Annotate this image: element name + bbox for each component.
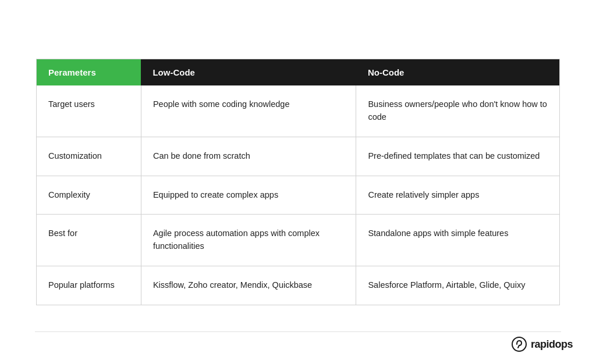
table-row: CustomizationCan be done from scratchPre… — [37, 137, 560, 176]
svg-point-0 — [512, 337, 526, 351]
param-cell: Target users — [37, 85, 141, 137]
main-container: Perameters Low-Code No-Code Target users… — [36, 59, 560, 305]
footer-divider — [35, 331, 561, 332]
brand-name: rapidops — [531, 338, 573, 351]
lowcode-cell: Agile process automation apps with compl… — [141, 215, 356, 266]
comparison-table: Perameters Low-Code No-Code Target users… — [36, 59, 560, 305]
header-nocode: No-Code — [356, 59, 560, 86]
header-lowcode: Low-Code — [141, 59, 356, 86]
nocode-cell: Salesforce Platform, Airtable, Glide, Qu… — [356, 266, 560, 305]
lowcode-cell: Equipped to create complex apps — [141, 176, 356, 215]
param-cell: Customization — [37, 137, 141, 176]
table-row: Best forAgile process automation apps wi… — [37, 215, 560, 266]
nocode-cell: Pre-defined templates that can be custom… — [356, 137, 560, 176]
nocode-cell: Business owners/people who don't know ho… — [356, 85, 560, 137]
rapidops-logo: rapidops — [511, 336, 573, 352]
table-row: Target usersPeople with some coding know… — [37, 85, 560, 137]
header-parameters: Perameters — [37, 59, 141, 86]
table-row: Popular platformsKissflow, Zoho creator,… — [37, 266, 560, 305]
rapidops-icon — [511, 336, 527, 352]
table-row: ComplexityEquipped to create complex app… — [37, 176, 560, 215]
param-cell: Complexity — [37, 176, 141, 215]
footer: rapidops — [511, 336, 573, 352]
nocode-cell: Create relatively simpler apps — [356, 176, 560, 215]
nocode-cell: Standalone apps with simple features — [356, 215, 560, 266]
param-cell: Best for — [37, 215, 141, 266]
lowcode-cell: People with some coding knowledge — [141, 85, 356, 137]
lowcode-cell: Can be done from scratch — [141, 137, 356, 176]
param-cell: Popular platforms — [37, 266, 141, 305]
lowcode-cell: Kissflow, Zoho creator, Mendix, Quickbas… — [141, 266, 356, 305]
